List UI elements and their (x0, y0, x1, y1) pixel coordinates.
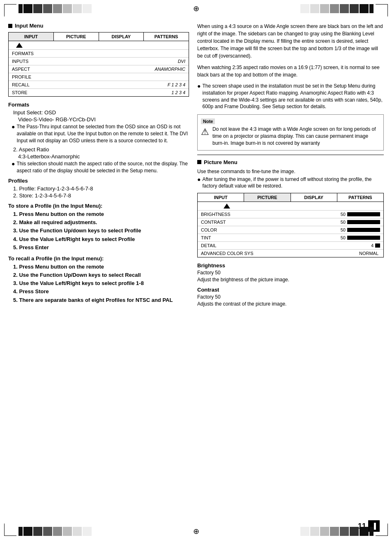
brightness-title: Brightness (197, 262, 384, 269)
contrast-title: Contrast (197, 287, 384, 293)
bar-seg-b (330, 527, 339, 536)
picture-row-brightness: BRIGHTNESS 50 (198, 210, 383, 218)
picture-row-detail: DETAIL 4 (198, 241, 383, 249)
osd-row-profile: PROFILE (9, 73, 189, 81)
store-step-5: Press Enter (13, 244, 189, 251)
osd-tabs: INPUT PICTURE DISPLAY PATTERNS (9, 32, 189, 41)
bottom-bar: ⊕ (18, 527, 374, 536)
aspect-title-inline: Aspect Ratio (19, 146, 49, 153)
osd-arrow-row (9, 41, 189, 49)
input-menu-osd: INPUT PICTURE DISPLAY PATTERNS FORMATS I… (8, 32, 189, 97)
formats-title: Formats (8, 102, 189, 108)
bar-seg-b (53, 527, 62, 536)
store-step-4: Use the Value Left/Right keys to select … (13, 236, 189, 243)
corner-tr (376, 4, 388, 16)
recall-profile-header: To recall a Profile (in the Input menu): (8, 255, 189, 262)
osd-row-aspect: ASPECT ANAMORPHIC (9, 65, 189, 73)
picture-osd-tabs: INPUT PICTURE DISPLAY PATTERNS (198, 193, 383, 202)
input-menu-title: Input Menu (15, 23, 43, 29)
right-bullet-para3: ● The screen shape used in the installat… (197, 83, 384, 110)
recall-step-1: Press Menu button on the remote (13, 263, 189, 271)
bar-seg (320, 4, 329, 13)
osd-row-formats: FORMATS (9, 49, 189, 57)
osd-row-store: STORE 1 2 3 4 (9, 88, 189, 96)
divider (197, 155, 384, 155)
picture-menu-osd: INPUT PICTURE DISPLAY PATTERNS BRIGHTNES… (197, 193, 384, 257)
crosshair-bottom-icon: ⊕ (193, 527, 199, 536)
picture-row-tint: TINT 50 (198, 234, 383, 241)
picture-menu-header: Picture Menu (197, 159, 384, 165)
aspect-bullet-1: ● This selection should match the aspect… (12, 160, 189, 174)
osd-tab-display: DISPLAY (99, 32, 144, 41)
warning-icon: ⚠ (201, 127, 209, 137)
formats-item-1: Input Select: OSD (13, 109, 189, 116)
aspect-section: 2. Aspect Ratio 4:3-Letterbox-Anamorphic… (8, 146, 189, 174)
bar-seg-b (310, 527, 319, 536)
detail-bar (375, 243, 380, 248)
osd-tab-picture: PICTURE (54, 32, 99, 41)
picture-tab-patterns: PATTERNS (337, 193, 383, 202)
osd-tab-input: INPUT (9, 32, 54, 41)
picture-tab-input: INPUT (198, 193, 244, 202)
bar-seg (369, 4, 374, 13)
recall-step-5: There are separate banks of eight Profil… (13, 297, 189, 304)
picture-row-color: COLOR 50 (198, 226, 383, 234)
aspect-numbered: 2. Aspect Ratio (13, 146, 189, 153)
profiles-item-1: 1. Profile: Factory-1-2-3-4-5-6-7-8 (13, 185, 189, 192)
contrast-section: Contrast Factory 50 Adjusts the contrast… (197, 287, 384, 308)
bar-seg (73, 4, 82, 13)
right-para-3-text: The screen shape used in the installatio… (202, 83, 384, 110)
picture-menu-intro: Use these commands to fine-tune the imag… (197, 169, 384, 174)
osd-tab-patterns: PATTERNS (144, 32, 189, 41)
store-step-1: Press Menu button on the remote (13, 211, 189, 218)
note-label: Note (201, 118, 215, 124)
color-bar (347, 228, 380, 232)
right-para-1: When using a 4:3 source on a Wide Angle … (197, 23, 384, 60)
contrast-text2: Adjusts the contrast of the picture imag… (197, 301, 384, 308)
left-column: Input Menu INPUT PICTURE DISPLAY PATTERN… (8, 23, 189, 517)
picture-section-icon (197, 160, 201, 164)
bar-seg (63, 4, 72, 13)
note-text: Do not leave the 4:3 image with a Wide A… (212, 126, 380, 146)
osd-row-inputs: INPUTS DVI (9, 57, 189, 65)
input-menu-header: Input Menu (8, 23, 189, 29)
note-box-content: Note ⚠ Do not leave the 4:3 image with a… (201, 118, 380, 146)
picture-menu-title: Picture Menu (204, 159, 238, 165)
bar-seg-b (73, 527, 82, 536)
picture-tab-display: DISPLAY (291, 193, 337, 202)
corner-bl (4, 524, 16, 536)
osd-arrow (16, 43, 23, 48)
crosshair-top: ⊕ (190, 4, 203, 13)
picture-bullet: ● After tuning the image, if the power i… (197, 176, 384, 190)
osd-row-recall: RECALL F 1 2 3 4 (9, 81, 189, 88)
bar-seg (23, 4, 32, 13)
picture-row-adv-color: ADVANCED COLOR SYS NORMAL (198, 249, 383, 257)
bar-seg-b (320, 527, 329, 536)
bar-seg (18, 4, 23, 13)
aspect-item-1: 4:3-Letterbox-Anamorphic (18, 153, 189, 160)
note-box: Note ⚠ Do not leave the 4:3 image with a… (197, 114, 384, 150)
profiles-title: Profiles (8, 178, 189, 184)
formats-item-2: Video-S-Video- RGB-YCrCb-DVI (18, 116, 189, 123)
bar-seg (330, 4, 339, 13)
bar-seg-b (300, 527, 309, 536)
crosshair-bottom-container: ⊕ (92, 527, 300, 536)
brightness-bar (347, 212, 380, 216)
recall-step-4: Press Store (13, 288, 189, 295)
brightness-text2: Adjust the brightness of the picture ima… (197, 276, 384, 283)
bar-seg-b (43, 527, 52, 536)
brightness-section: Brightness Factory 50 Adjust the brightn… (197, 262, 384, 283)
corner-tl (4, 4, 16, 16)
bar-seg (310, 4, 319, 13)
section-icon (8, 24, 12, 28)
main-content: Input Menu INPUT PICTURE DISPLAY PATTERN… (8, 23, 384, 517)
right-column: When using a 4:3 source on a Wide Angle … (197, 23, 384, 517)
store-step-2: Make all required adjustments. (13, 219, 189, 226)
bar-seg (350, 4, 359, 13)
picture-osd-arrow (224, 204, 230, 209)
bar-seg (43, 4, 52, 13)
store-profile-header: To store a Profile (in the Input Menu): (8, 203, 189, 209)
bar-seg-b (360, 527, 369, 536)
picture-osd-arrow-row (198, 202, 383, 210)
top-bar: ⊕ (18, 4, 374, 13)
